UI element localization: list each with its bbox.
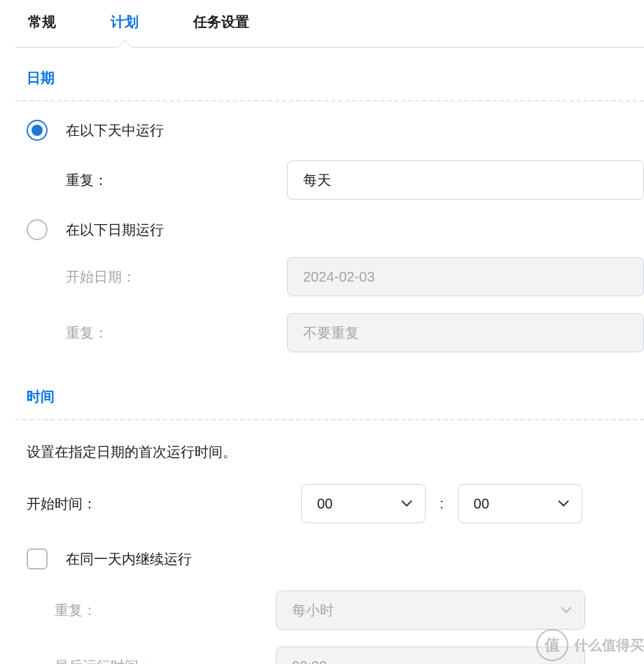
time-colon: : bbox=[426, 496, 458, 512]
chevron-down-icon bbox=[561, 607, 572, 614]
radio-label-run-on-days: 在以下天中运行 bbox=[66, 121, 164, 140]
select-start-hour-value: 00 bbox=[317, 496, 332, 512]
chevron-down-icon bbox=[401, 500, 412, 507]
label-start-date: 开始日期： bbox=[66, 268, 287, 286]
chevron-down-icon bbox=[558, 500, 569, 507]
watermark: 值 什么值得买 bbox=[536, 629, 644, 661]
label-repeat-days: 重复： bbox=[66, 171, 287, 190]
select-continue-repeat: 每小时 bbox=[276, 590, 585, 630]
tab-general[interactable]: 常规 bbox=[15, 13, 69, 47]
select-last-run-time-value: 00:00 bbox=[292, 658, 327, 665]
watermark-icon: 值 bbox=[536, 629, 568, 661]
helper-text-time: 设置在指定日期的首次运行时间。 bbox=[15, 443, 644, 462]
label-continue-repeat: 重复： bbox=[55, 601, 276, 620]
select-start-hour[interactable]: 00 bbox=[301, 484, 426, 523]
tab-schedule[interactable]: 计划 bbox=[98, 13, 151, 47]
input-start-date: 2024-02-03 bbox=[287, 257, 644, 296]
select-repeat-days[interactable]: 每天 bbox=[287, 160, 644, 200]
checkbox-label-continue-same-day: 在同一天内继续运行 bbox=[66, 550, 192, 569]
section-title-date: 日期 bbox=[15, 48, 644, 100]
section-title-time: 时间 bbox=[15, 352, 644, 419]
select-continue-repeat-value: 每小时 bbox=[292, 601, 334, 620]
select-repeat-date-value: 不要重复 bbox=[303, 324, 359, 343]
select-repeat-days-value: 每天 bbox=[303, 171, 331, 190]
select-repeat-date: 不要重复 bbox=[287, 313, 644, 352]
label-repeat-date: 重复： bbox=[66, 324, 287, 343]
radio-run-on-days[interactable] bbox=[27, 120, 48, 141]
select-start-minute[interactable]: 00 bbox=[458, 484, 582, 523]
watermark-text: 什么值得买 bbox=[574, 636, 644, 655]
label-last-run-time: 最后运行时间： bbox=[55, 657, 276, 665]
tab-task-settings[interactable]: 任务设置 bbox=[181, 13, 262, 47]
tab-bar: 常规 计划 任务设置 bbox=[15, 0, 644, 48]
radio-label-run-on-date: 在以下日期运行 bbox=[66, 221, 164, 240]
input-start-date-value: 2024-02-03 bbox=[303, 269, 374, 285]
divider bbox=[15, 419, 644, 420]
radio-run-on-date[interactable] bbox=[27, 219, 48, 240]
label-start-time: 开始时间： bbox=[27, 494, 301, 513]
checkbox-continue-same-day[interactable] bbox=[27, 548, 48, 569]
select-start-minute-value: 00 bbox=[474, 496, 489, 512]
